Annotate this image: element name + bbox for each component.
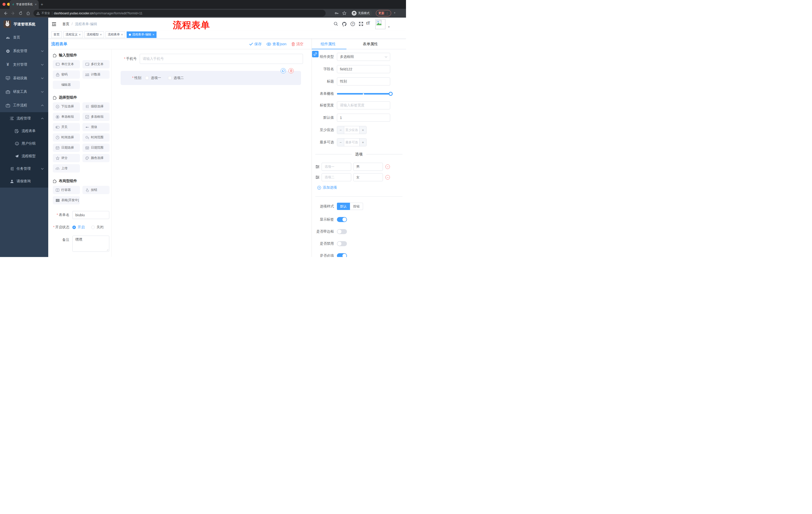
palette-item-switch[interactable]: 开关	[53, 123, 80, 131]
home-icon[interactable]	[26, 11, 30, 15]
required-toggle[interactable]	[337, 253, 347, 257]
help-icon[interactable]: ?	[350, 22, 355, 26]
remark-textarea[interactable]: 嘿嘿	[72, 236, 109, 252]
sidebar-item-system[interactable]: 系统管理	[0, 44, 48, 58]
drag-handle-icon[interactable]	[315, 165, 320, 168]
sidebar-item-user-group[interactable]: 用户分组	[0, 137, 48, 150]
tab-form-props[interactable]: 表单属性	[354, 39, 387, 49]
browser-tab[interactable]: 芋道管理系统 ×	[9, 0, 39, 9]
avatar[interactable]	[375, 19, 385, 29]
tab-close-icon[interactable]: ×	[35, 2, 37, 6]
sidebar-item-devtools[interactable]: 研发工具	[0, 85, 48, 99]
toolbar-caret-icon[interactable]: ▼	[394, 12, 396, 14]
clear-button[interactable]: 清空	[291, 42, 303, 47]
github-icon[interactable]	[342, 22, 347, 26]
stepper-increase-button[interactable]: +	[359, 139, 366, 146]
palette-item-cascader[interactable]: 级联选择	[82, 102, 110, 111]
save-button[interactable]: 保存	[249, 42, 262, 47]
remove-option-button[interactable]: −	[385, 175, 390, 180]
style-button-button[interactable]: 按钮	[350, 203, 363, 210]
remove-option-button[interactable]: −	[385, 164, 390, 169]
palette-item-date-picker[interactable]: 日期选择	[53, 143, 80, 152]
browser-update-button[interactable]: 更新 ⋮	[376, 10, 391, 16]
tag-process-form-edit[interactable]: 流程表单-编辑×	[127, 31, 156, 38]
option-name-input-2[interactable]: 选项二	[322, 173, 351, 181]
checkbox-icon[interactable]	[168, 76, 172, 80]
font-size-icon[interactable]: tT	[366, 21, 370, 26]
sidebar-item-process-form[interactable]: 流程表单	[0, 125, 48, 137]
tag-process-definition[interactable]: 流程定义×	[63, 31, 83, 38]
palette-item-row-container[interactable]: 行容器	[53, 186, 80, 194]
palette-item-editor[interactable]: 编辑器	[53, 81, 80, 89]
show-label-toggle[interactable]	[337, 217, 347, 222]
new-tab-button[interactable]: +	[41, 2, 43, 7]
palette-item-time-range[interactable]: 时间范围	[82, 133, 110, 141]
duplicate-field-button[interactable]	[281, 68, 286, 74]
palette-item-rate[interactable]: 评分	[53, 154, 80, 162]
option-value-input-2[interactable]: 女	[353, 173, 383, 181]
sidebar-item-task-mgmt[interactable]: 任务管理	[0, 162, 48, 175]
label-width-input[interactable]: 请输入标签宽度	[337, 101, 390, 109]
view-json-button[interactable]: 查看json	[266, 42, 286, 47]
tag-home[interactable]: 首页	[51, 31, 62, 38]
tag-close-icon[interactable]: ×	[100, 33, 102, 36]
component-type-select[interactable]: 多选框组	[337, 53, 390, 61]
sidebar-item-leave-query[interactable]: 请假查询	[0, 175, 48, 188]
forward-icon[interactable]	[11, 11, 15, 15]
sidebar-item-process-mgmt[interactable]: 流程管理	[0, 112, 48, 125]
field-name-input[interactable]: field122	[337, 65, 390, 73]
stepper-decrease-button[interactable]: −	[337, 126, 344, 134]
palette-item-slider[interactable]: 滑块	[82, 123, 110, 131]
status-radio-off[interactable]: 关闭	[91, 225, 104, 229]
option-name-input-1[interactable]: 选项一	[322, 163, 351, 171]
gender-option-2[interactable]: 选项二	[168, 76, 184, 80]
address-bar[interactable]: 不安全 dashboard.yudao.iocoder.cn/bpm/manag…	[33, 10, 326, 17]
palette-item-radio-group[interactable]: 单选框组	[53, 113, 80, 121]
min-select-input[interactable]: 至少应选	[344, 126, 359, 134]
style-default-button[interactable]: 默认	[337, 203, 350, 210]
stepper-decrease-button[interactable]: −	[337, 139, 344, 146]
palette-item-time-picker[interactable]: 时间选择	[53, 133, 80, 141]
sidebar-item-workflow[interactable]: 工作流程	[0, 99, 48, 112]
palette-item-multi-text[interactable]: 多行文本	[82, 60, 110, 69]
phone-input[interactable]: 请输入手机号	[140, 54, 303, 64]
drag-handle-icon[interactable]	[315, 175, 320, 179]
tag-process-model[interactable]: 流程模型×	[84, 31, 104, 38]
traffic-close-button[interactable]	[2, 3, 5, 6]
palette-item-checkbox-group[interactable]: 多选框组	[82, 113, 110, 121]
sidebar-collapse-icon[interactable]	[52, 22, 57, 27]
fullscreen-icon[interactable]	[359, 22, 363, 26]
sidebar-item-infra[interactable]: 基础设施	[0, 72, 48, 85]
app-logo-row[interactable]: 芋道管理系统	[0, 18, 48, 31]
form-grid-slider[interactable]	[337, 90, 393, 98]
palette-item-select[interactable]: 下拉选择	[53, 102, 80, 111]
palette-item-button[interactable]: 按钮	[82, 186, 110, 194]
canvas-field-gender-selected[interactable]: *性别 选项一 选项二	[121, 71, 301, 85]
add-option-button[interactable]: 添加选项	[317, 185, 406, 190]
tag-close-icon[interactable]: ×	[121, 33, 123, 36]
password-key-icon[interactable]	[335, 11, 339, 15]
title-input[interactable]: 性别	[337, 77, 390, 85]
border-toggle[interactable]	[337, 229, 347, 234]
palette-item-color-picker[interactable]: 颜色选择	[82, 154, 110, 162]
avatar-caret-icon[interactable]: ▼	[388, 26, 390, 28]
stepper-increase-button[interactable]: +	[359, 126, 366, 134]
palette-item-upload[interactable]: 上传	[53, 164, 80, 172]
sidebar-item-process-model[interactable]: 流程模型	[0, 150, 48, 162]
option-value-input-1[interactable]: 男	[353, 163, 383, 171]
tag-close-icon[interactable]: ×	[79, 33, 81, 36]
breadcrumb-home[interactable]: 首页	[62, 22, 69, 26]
search-icon[interactable]	[334, 22, 338, 26]
palette-item-table[interactable]: 表格[开发中]	[53, 196, 80, 205]
bookmark-star-icon[interactable]	[342, 11, 346, 15]
sidebar-item-home[interactable]: 首页	[0, 31, 48, 44]
resize-handle-icon[interactable]	[107, 249, 109, 251]
gender-option-1[interactable]: 选项一	[145, 76, 161, 80]
tab-component-props[interactable]: 组件属性	[312, 39, 344, 49]
palette-item-password[interactable]: 密码	[53, 71, 80, 79]
palette-item-counter[interactable]: 123计数器	[82, 71, 110, 79]
max-select-input[interactable]: 最多可选	[344, 139, 359, 146]
disabled-toggle[interactable]	[337, 241, 347, 246]
status-radio-on[interactable]: 开启	[72, 225, 85, 229]
tag-process-form[interactable]: 流程表单×	[106, 31, 125, 38]
